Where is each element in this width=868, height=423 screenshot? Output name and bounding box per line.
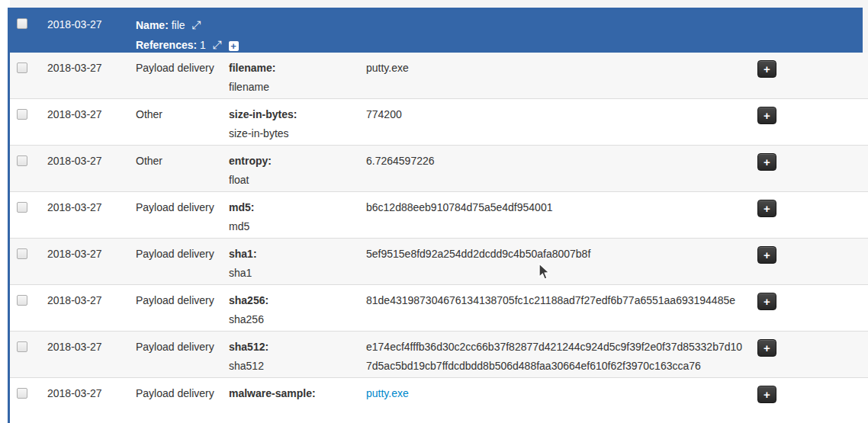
attribute-select-checkbox[interactable] — [17, 388, 27, 399]
attribute-type-label: filename: — [229, 59, 366, 78]
attribute-date: 2018-03-27 — [47, 245, 136, 264]
attribute-value-link[interactable]: putty.exe — [366, 384, 745, 403]
attribute-row: 2018-03-27 Payload delivery sha512: sha5… — [10, 332, 868, 378]
attribute-type-name: filename — [229, 78, 366, 97]
object-header-info: Name: file ⤢ References: 1 ⤢ + — [136, 15, 239, 55]
attribute-actions: + — [745, 105, 868, 124]
attribute-type: size-in-bytes: size-in-bytes — [229, 105, 366, 143]
attribute-category: Payload delivery — [136, 291, 229, 310]
attribute-type-label: size-in-bytes: — [229, 105, 366, 124]
attribute-date: 2018-03-27 — [47, 152, 136, 171]
attribute-type-label: malware-sample: — [229, 384, 366, 403]
attribute-actions: + — [745, 338, 868, 357]
add-button[interactable]: + — [757, 246, 776, 264]
object-date: 2018-03-27 — [47, 15, 136, 34]
attribute-value: e174ecf4fffb36d30c2cc66b37f82877d421244c… — [366, 338, 745, 376]
attribute-type-name: sha1 — [229, 264, 366, 283]
attribute-date: 2018-03-27 — [47, 198, 136, 217]
attribute-type-name: sha256 — [229, 310, 366, 329]
attribute-type: filename: filename — [229, 59, 366, 97]
attribute-category: Payload delivery — [136, 338, 229, 357]
attribute-type-name: size-in-bytes — [229, 124, 366, 143]
attribute-value: b6c12d88eeb910784d75a5e4df954001 — [366, 198, 745, 217]
attribute-row: 2018-03-27 Payload delivery md5: md5 b6c… — [10, 192, 868, 239]
attribute-type-name: sha512 — [229, 357, 366, 376]
add-button[interactable]: + — [757, 107, 776, 124]
attribute-category: Other — [136, 152, 229, 171]
attribute-select-checkbox[interactable] — [17, 341, 27, 352]
attribute-rows: 2018-03-27 Payload delivery filename: fi… — [10, 53, 868, 423]
attribute-type: sha256: sha256 — [229, 291, 366, 329]
attribute-actions: + — [745, 245, 868, 264]
table-top-remnant — [10, 0, 868, 8]
attribute-type-name: float — [229, 171, 366, 190]
attribute-row: 2018-03-27 Other entropy: float 6.726459… — [10, 146, 868, 192]
object-references-label: References: — [136, 39, 197, 51]
add-button[interactable]: + — [757, 293, 776, 310]
add-button[interactable]: + — [757, 339, 776, 357]
object-name-label: Name: — [136, 19, 169, 31]
attribute-date: 2018-03-27 — [47, 291, 136, 310]
attribute-date: 2018-03-27 — [47, 384, 136, 403]
attribute-type: malware-sample: — [229, 384, 366, 403]
attribute-row: 2018-03-27 Payload delivery sha256: sha2… — [10, 285, 868, 332]
attribute-actions: + — [745, 384, 868, 403]
attribute-actions: + — [745, 59, 868, 78]
attribute-select-checkbox[interactable] — [17, 295, 27, 306]
attribute-category: Payload delivery — [136, 198, 229, 217]
attribute-category: Other — [136, 105, 229, 124]
attribute-category: Payload delivery — [136, 245, 229, 264]
add-button[interactable]: + — [757, 200, 776, 217]
attribute-date: 2018-03-27 — [47, 338, 136, 357]
add-button[interactable]: + — [757, 386, 776, 403]
attribute-select-checkbox[interactable] — [17, 109, 27, 120]
attribute-value: putty.exe — [366, 59, 745, 78]
attribute-actions: + — [745, 291, 868, 310]
add-button[interactable]: + — [757, 153, 776, 171]
object-header-row: 2018-03-27 Name: file ⤢ References: 1 ⤢ … — [10, 8, 863, 53]
attribute-type-label: sha512: — [229, 338, 366, 357]
attribute-type-label: md5: — [229, 198, 366, 217]
attribute-type-name: md5 — [229, 217, 366, 236]
attribute-select-checkbox[interactable] — [17, 155, 27, 166]
attribute-row: 2018-03-27 Other size-in-bytes: size-in-… — [10, 99, 868, 146]
attribute-type: entropy: float — [229, 152, 366, 190]
add-reference-icon[interactable]: + — [229, 41, 239, 51]
add-button[interactable]: + — [757, 60, 776, 78]
misp-attributes-table: 2018-03-27 Name: file ⤢ References: 1 ⤢ … — [0, 0, 868, 423]
attribute-type: md5: md5 — [229, 198, 366, 236]
attribute-type-label: sha1: — [229, 245, 366, 264]
attribute-select-checkbox[interactable] — [17, 202, 27, 213]
attribute-value: 6.7264597226 — [366, 152, 745, 171]
attribute-actions: + — [745, 152, 868, 171]
attribute-type-label: entropy: — [229, 152, 366, 171]
attribute-row: 2018-03-27 Payload delivery malware-samp… — [10, 378, 868, 423]
attribute-select-checkbox[interactable] — [17, 62, 27, 73]
attribute-row: 2018-03-27 Payload delivery filename: fi… — [10, 53, 868, 99]
object-select-checkbox[interactable] — [17, 18, 27, 29]
attribute-category: Payload delivery — [136, 384, 229, 403]
object-block: 2018-03-27 Name: file ⤢ References: 1 ⤢ … — [8, 8, 868, 423]
attribute-value: 5ef9515e8fd92a254dd2dcdd9c4b50afa8007b8f — [366, 245, 745, 264]
attribute-date: 2018-03-27 — [47, 59, 136, 78]
expand-object-icon[interactable]: ⤢ — [191, 15, 201, 34]
attribute-value: 774200 — [366, 105, 745, 124]
attribute-select-checkbox[interactable] — [17, 248, 27, 259]
attribute-value: 81de431987304676134138705fc1c21188ad7f27… — [366, 291, 745, 310]
object-name-value: file — [172, 19, 185, 31]
expand-references-icon[interactable]: ⤢ — [213, 35, 222, 54]
attribute-type: sha512: sha512 — [229, 338, 366, 376]
attribute-type: sha1: sha1 — [229, 245, 366, 283]
attribute-category: Payload delivery — [136, 59, 229, 78]
attribute-type-label: sha256: — [229, 291, 366, 310]
attribute-row: 2018-03-27 Payload delivery sha1: sha1 5… — [10, 239, 868, 285]
object-references-count: 1 — [200, 39, 206, 51]
attribute-date: 2018-03-27 — [47, 105, 136, 124]
attribute-actions: + — [745, 198, 868, 217]
